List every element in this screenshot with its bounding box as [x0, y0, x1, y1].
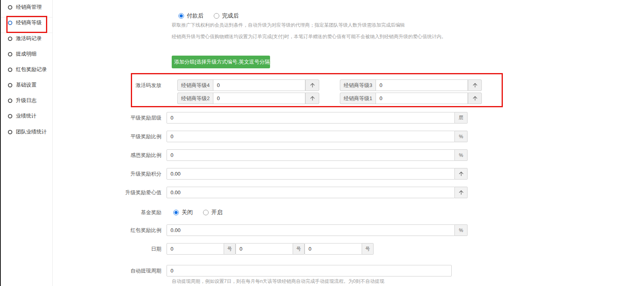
dealer-level-settings-page: 经销商管理 经销商等级 激活码记录 提成明细 红包奖励记录 基础设置 升级日志	[0, 0, 644, 286]
radio-option-closed[interactable]: 关闭	[173, 209, 193, 216]
radio-circle-icon	[8, 114, 12, 118]
date-group-3: 号	[305, 243, 374, 255]
up-arrow-icon	[472, 82, 478, 89]
up-arrow-icon	[472, 95, 478, 102]
upgrade-timing-hint-1: 获取推广下线权利的会员达到条件，自动升级为对应等级的代理商；指定某团队等级人数升…	[172, 22, 405, 29]
date-day-input-1[interactable]	[167, 243, 224, 255]
unit-addon-day: 号	[293, 243, 305, 255]
unit-addon-percent: %	[455, 149, 468, 161]
date-row: 日期 号 号 号	[87, 243, 374, 255]
sidebar-item-basic-settings[interactable]: 基础设置	[8, 81, 36, 89]
auto-withdraw-cycle-hint: 自动提现周期，例如设置7日，则在每月每n天该等级经销商自动完成手动提现流程。为0…	[172, 278, 384, 285]
unit-addon-percent: %	[455, 224, 468, 236]
sidebar-item-dealer-management[interactable]: 经销商管理	[8, 4, 42, 11]
redpacket-reward-ratio-row: 红包奖励比例 %	[87, 224, 468, 236]
level2-addon-label: 经销商等级2	[177, 93, 213, 104]
date-day-input-2[interactable]	[236, 243, 293, 255]
level4-addon-label: 经销商等级4	[177, 79, 213, 91]
sidebar-item-commission-details[interactable]: 提成明细	[8, 50, 36, 58]
date-group-2: 号	[236, 243, 305, 255]
level1-count-input[interactable]	[376, 93, 468, 104]
level3-step-up-button[interactable]	[468, 79, 482, 91]
upgrade-reward-love-label: 升级奖励爱心值	[87, 189, 167, 196]
radio-circle-icon	[8, 83, 12, 87]
fund-reward-radio-group: 关闭 开启	[173, 209, 222, 216]
sidebar-item-label: 经销商管理	[16, 4, 42, 11]
radio-unselected-icon[interactable]	[214, 13, 219, 19]
sidebar-item-upgrade-log[interactable]: 升级日志	[8, 97, 36, 104]
radio-circle-icon	[8, 52, 12, 56]
sidebar-item-label: 红包奖励记录	[16, 66, 47, 73]
auto-withdraw-cycle-row: 自动提现周期	[87, 265, 452, 276]
sidebar-item-dealer-level[interactable]: 经销商等级	[8, 19, 42, 26]
level3-addon-label: 经销商等级3	[340, 79, 376, 91]
date-day-input-3[interactable]	[305, 243, 362, 255]
upgrade-timing-hint-2: 经销商升级与爱心值购物赠送均设置为订单完成(支付)时，本笔订单赠送的爱心值有可能…	[172, 33, 446, 40]
radio-option-after-completion[interactable]: 完成后	[214, 12, 239, 19]
redpacket-reward-ratio-label: 红包奖励比例	[87, 227, 167, 234]
radio-circle-icon	[8, 37, 12, 41]
sidebar-item-label: 提成明细	[16, 50, 36, 58]
level4-count-input[interactable]	[213, 79, 305, 91]
redpacket-reward-ratio-input[interactable]	[167, 224, 455, 236]
peer-reward-level-input[interactable]	[167, 112, 455, 124]
step-up-button[interactable]	[455, 187, 468, 198]
date-group-1: 号	[167, 243, 236, 255]
level4-step-up-button[interactable]	[305, 79, 319, 91]
unit-addon-floor: 层	[455, 112, 468, 124]
auto-withdraw-cycle-label: 自动提现周期	[87, 267, 167, 274]
up-arrow-icon	[309, 82, 316, 89]
date-label: 日期	[87, 245, 167, 253]
peer-reward-ratio-label: 平级奖励比例	[87, 133, 167, 140]
sidebar-item-label: 经销商等级	[16, 19, 42, 26]
radio-option-open[interactable]: 开启	[203, 209, 222, 216]
activation-level4-group: 经销商等级4	[177, 79, 319, 91]
radio-circle-icon	[8, 130, 12, 134]
activation-level3-group: 经销商等级3	[340, 79, 482, 91]
add-group-button[interactable]: 添加分组[选择升级方式编号,英文逗号分隔]	[172, 56, 270, 68]
upgrade-reward-points-row: 升级奖励积分	[87, 168, 468, 180]
sidebar-item-label: 团队业绩统计	[16, 128, 47, 135]
radio-circle-icon	[8, 5, 12, 10]
sidebar-item-team-performance-stats[interactable]: 团队业绩统计	[8, 128, 47, 135]
fund-reward-label: 基金奖励	[87, 209, 167, 216]
upgrade-reward-points-input[interactable]	[167, 168, 455, 180]
sidebar-item-label: 升级日志	[16, 97, 36, 104]
level2-step-up-button[interactable]	[305, 93, 319, 104]
auto-withdraw-cycle-input[interactable]	[167, 265, 452, 276]
radio-option-label: 关闭	[182, 209, 193, 216]
fund-reward-row: 基金奖励 关闭 开启	[87, 209, 222, 216]
activation-codes-label: 激活码发放	[87, 79, 167, 91]
level1-addon-label: 经销商等级1	[340, 93, 376, 104]
radio-unselected-icon[interactable]	[203, 210, 209, 215]
radio-selected-icon[interactable]	[173, 210, 179, 215]
peer-reward-ratio-input[interactable]	[167, 131, 455, 142]
gratitude-reward-ratio-row: 感恩奖励比例 %	[87, 149, 468, 161]
up-arrow-icon	[458, 171, 464, 177]
sidebar-item-label: 激活码记录	[16, 35, 42, 42]
radio-circle-icon	[8, 99, 12, 103]
radio-option-label: 完成后	[222, 12, 239, 19]
sidebar-item-activation-code-records[interactable]: 激活码记录	[8, 35, 42, 42]
level1-step-up-button[interactable]	[468, 93, 482, 104]
level2-count-input[interactable]	[213, 93, 305, 104]
radio-option-after-payment[interactable]: 付款后	[178, 12, 203, 19]
radio-option-label: 开启	[211, 209, 222, 216]
up-arrow-icon	[458, 189, 464, 196]
radio-selected-icon[interactable]	[178, 13, 184, 19]
unit-addon-percent: %	[455, 131, 468, 142]
peer-reward-level-label: 平级奖励层级	[87, 114, 167, 122]
sidebar: 经销商管理 经销商等级 激活码记录 提成明细 红包奖励记录 基础设置 升级日志	[1, 0, 53, 286]
activation-level1-group: 经销商等级1	[340, 93, 482, 104]
unit-addon-day: 号	[362, 243, 374, 255]
upgrade-reward-love-row: 升级奖励爱心值	[87, 187, 468, 198]
step-up-button[interactable]	[455, 168, 468, 180]
sidebar-divider	[1, 17, 53, 17]
radio-circle-icon	[8, 68, 12, 72]
sidebar-item-redpacket-reward-records[interactable]: 红包奖励记录	[8, 66, 47, 73]
radio-circle-icon	[8, 21, 12, 25]
level3-count-input[interactable]	[376, 79, 468, 91]
sidebar-item-performance-stats[interactable]: 业绩统计	[8, 112, 36, 120]
upgrade-reward-love-input[interactable]	[167, 187, 455, 198]
gratitude-reward-ratio-input[interactable]	[167, 149, 455, 161]
